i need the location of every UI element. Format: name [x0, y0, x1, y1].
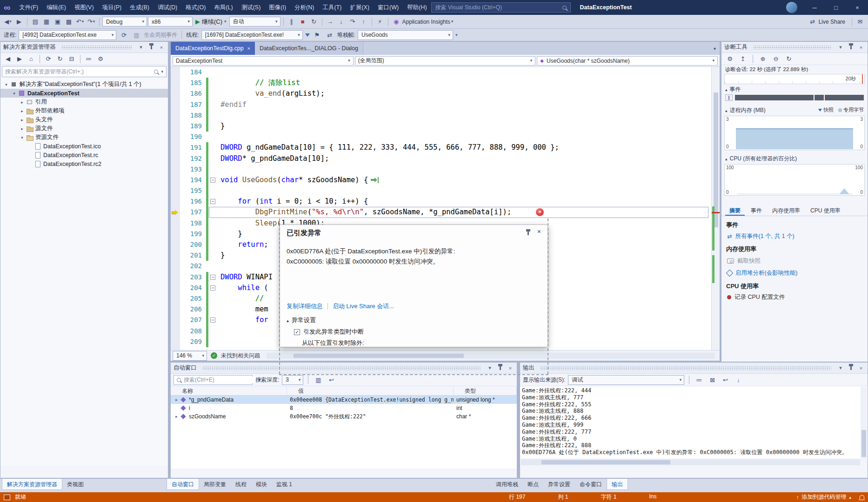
menu-item[interactable]: 窗口(W) — [374, 4, 403, 12]
expander-icon[interactable] — [19, 126, 25, 131]
solution-config-combo[interactable]: Debug▾ — [102, 17, 147, 26]
break-all-icon[interactable]: ∥ — [287, 16, 297, 27]
tree-item[interactable]: DataExceptionTest — [0, 89, 168, 98]
step-into-icon[interactable]: ↓ — [336, 16, 347, 27]
breakpoint-margin[interactable] — [171, 121, 180, 132]
window-menu-icon[interactable]: ▾ — [837, 44, 844, 50]
stop-debugging-icon[interactable]: ■ — [298, 16, 308, 27]
events-track[interactable] — [735, 95, 864, 100]
window-menu-icon[interactable]: ▾ — [486, 365, 494, 371]
pin-icon[interactable] — [496, 365, 504, 371]
close-icon[interactable]: × — [537, 228, 541, 235]
zoom-level-combo[interactable]: 146 %▾ — [173, 351, 207, 361]
save-icon[interactable]: ▣ — [53, 16, 63, 27]
breakpoint-margin[interactable] — [171, 142, 180, 153]
tree-item[interactable]: 解决方案"DataExceptionTest"(1 个项目/共 1 个) — [0, 80, 168, 89]
code-line[interactable]: 196− for (int i = 0; i < 10; i++) { — [171, 196, 711, 207]
code-line[interactable]: 184 — [171, 67, 711, 78]
sync-with-active-document-icon[interactable]: ⟳ — [43, 53, 53, 65]
tree-item[interactable]: 外部依赖项 — [0, 106, 168, 115]
debug-target-combo[interactable]: 自动▾ — [229, 17, 280, 26]
editor-tab[interactable]: DataExceptionTestDlg.cpp × — [171, 42, 255, 55]
panel-tab[interactable]: 异常设置 — [543, 479, 575, 490]
panel-tab[interactable]: 模块 — [251, 479, 272, 490]
code-line[interactable]: 197 DbgPrintMine("%s, %d\r\n", szGoodsNa… — [171, 207, 711, 218]
wrap-icon[interactable]: ↩ — [326, 374, 336, 385]
columns-icon[interactable]: ▥ — [313, 374, 323, 385]
scrollbar-thumb[interactable] — [294, 354, 464, 358]
variable-value[interactable]: 0x00ee700c "外挂线程:222" — [287, 413, 454, 420]
breakpoint-margin[interactable] — [171, 196, 180, 207]
breakpoint-margin[interactable] — [171, 315, 180, 325]
menu-item[interactable]: 布局(L) — [210, 4, 237, 12]
autos-search-input[interactable] — [184, 376, 256, 383]
code-line[interactable]: 189} — [171, 121, 711, 132]
breakpoint-margin[interactable] — [171, 229, 180, 239]
close-panel-icon[interactable]: × — [857, 45, 865, 50]
breakpoint-margin[interactable] — [171, 88, 180, 99]
word-wrap-icon[interactable]: ↩ — [720, 374, 730, 385]
pin-icon[interactable] — [147, 45, 155, 50]
fold-collapse-icon[interactable]: − — [210, 285, 215, 291]
background-tasks-icon[interactable] — [4, 495, 10, 500]
code-line[interactable]: 195 — [171, 185, 711, 196]
tree-item[interactable]: DataExceptionTest.rc — [0, 151, 168, 159]
expander-icon[interactable] — [19, 135, 25, 140]
breakpoint-margin[interactable] — [171, 347, 180, 350]
code-line[interactable]: 194−void UseGoods(char* szGoodsName) { — [171, 175, 711, 185]
panel-tab[interactable]: 局部变量 — [199, 479, 231, 490]
properties-icon[interactable]: ⚙ — [95, 53, 106, 65]
fold-collapse-icon[interactable]: − — [210, 317, 215, 323]
panel-tab[interactable]: 监视 1 — [272, 479, 297, 490]
breakpoint-margin[interactable] — [171, 207, 180, 218]
fold-collapse-icon[interactable]: − — [210, 178, 215, 183]
autos-row[interactable]: szGoodsName0x00ee700c "外挂线程:222"char * — [171, 412, 517, 421]
menu-item[interactable]: 图像(I) — [265, 4, 290, 12]
process-combo[interactable]: [4992] DataExceptionTest.exe▾ — [19, 30, 116, 40]
editor-tab[interactable]: DataExceptionTes..._DIALOG - Dialog × — [255, 42, 363, 55]
show-all-files-icon[interactable]: ≔ — [84, 53, 94, 65]
menu-item[interactable]: 帮助(H) — [403, 4, 431, 12]
maximize-button[interactable]: □ — [825, 0, 847, 15]
code-line[interactable]: 210 — [171, 347, 711, 350]
breakpoint-margin[interactable] — [171, 283, 180, 293]
fold-collapse-icon[interactable]: − — [210, 275, 215, 280]
close-panel-icon[interactable]: × — [158, 45, 165, 50]
column-header-value[interactable]: 值 — [287, 386, 454, 395]
take-snapshot-link[interactable]: 截取快照 — [727, 257, 761, 265]
show-all-events-link[interactable]: ⇄ 所有事件(1 个, 共 1 个) — [727, 232, 795, 240]
breakpoint-margin[interactable] — [171, 99, 180, 110]
expander-icon[interactable] — [19, 109, 25, 113]
expander-icon[interactable] — [11, 91, 17, 96]
menu-item[interactable]: 项目(P) — [98, 4, 126, 12]
open-file-icon[interactable]: ▦ — [41, 16, 52, 27]
notifications-bell-icon[interactable] — [860, 495, 864, 499]
breakpoint-margin[interactable] — [171, 175, 180, 185]
thread-combo[interactable]: [16976] DataExceptionTest.exe!▾ — [201, 30, 303, 40]
code-health-icon[interactable]: ✓ — [211, 352, 217, 359]
drag-grip[interactable] — [61, 46, 132, 49]
code-line[interactable]: 193 — [171, 164, 711, 175]
step-over-icon[interactable]: ↷ — [347, 16, 358, 27]
navigate-forward-icon[interactable]: ▶ — [14, 16, 24, 27]
search-depth-combo[interactable]: 3▾ — [282, 375, 303, 385]
tab-close-icon[interactable]: × — [247, 46, 250, 51]
panel-tab[interactable]: 解决方案资源管理器 — [2, 479, 62, 490]
drag-grip[interactable] — [202, 366, 481, 370]
find-icon[interactable]: ≔ — [694, 374, 704, 385]
pin-icon[interactable] — [527, 230, 529, 237]
scrollbar-thumb[interactable] — [861, 430, 866, 457]
expander-icon[interactable] — [3, 82, 9, 87]
editor-vertical-scrollbar[interactable] — [711, 67, 720, 350]
panel-tab[interactable]: 输出 — [607, 479, 628, 490]
editor-horizontal-scrollbar[interactable] — [267, 353, 715, 359]
variable-value[interactable]: 8 — [287, 405, 454, 411]
close-panel-icon[interactable]: × — [857, 365, 865, 371]
forward-icon[interactable]: ▶ — [14, 53, 25, 65]
autos-row[interactable]: *g_pndGameData0x00eee008 {DataExceptionT… — [171, 396, 517, 404]
code-line[interactable]: 188 — [171, 110, 711, 121]
fold-collapse-icon[interactable]: − — [210, 199, 215, 204]
column-header-name[interactable]: 名称 — [171, 386, 287, 395]
quick-search-input[interactable] — [435, 4, 562, 11]
home-icon[interactable]: ⌂ — [26, 53, 36, 65]
